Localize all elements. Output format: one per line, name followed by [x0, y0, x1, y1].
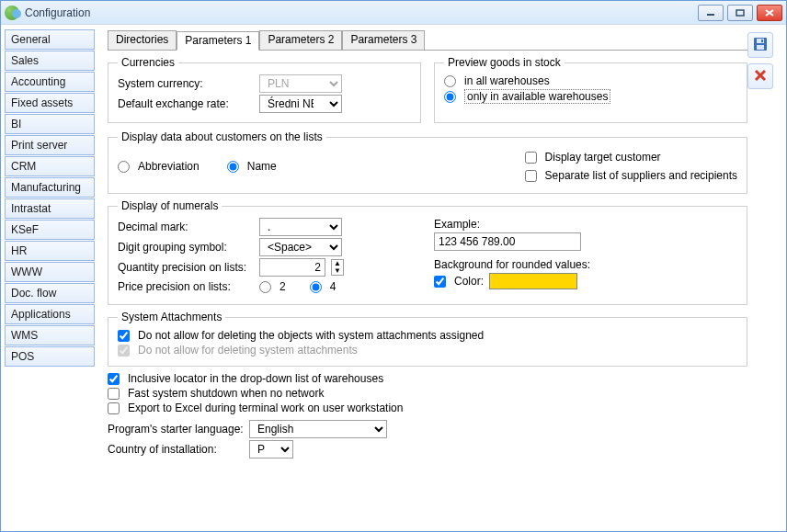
- decimal-mark-label: Decimal mark:: [118, 221, 254, 233]
- target-customer-label: Display target customer: [545, 151, 661, 164]
- tab-parameters-3[interactable]: Parameters 3: [342, 30, 425, 50]
- preview-all-label: in all warehouses: [464, 74, 550, 87]
- display-customers-legend: Display data about customers on the list…: [118, 130, 326, 143]
- numerals-group: Display of numerals Decimal mark: . Digi…: [108, 199, 747, 305]
- currencies-group: Currencies System currency: PLN Default …: [108, 56, 421, 123]
- sidebar-item-pos[interactable]: POS: [5, 346, 95, 367]
- svg-rect-7: [761, 40, 763, 42]
- window-title: Configuration: [25, 6, 698, 19]
- sidebar-item-general[interactable]: General: [5, 29, 95, 50]
- system-currency-select[interactable]: PLN: [259, 74, 342, 93]
- export-excel-check[interactable]: [108, 402, 120, 414]
- qty-precision-input[interactable]: [259, 258, 325, 277]
- decimal-mark-select[interactable]: .: [259, 218, 342, 236]
- bg-rounded-label: Background for rounded values:: [434, 258, 590, 271]
- example-value: [434, 232, 581, 251]
- target-customer-check[interactable]: [525, 152, 537, 164]
- group-symbol-label: Digit grouping symbol:: [118, 241, 254, 254]
- exchange-rate-select[interactable]: Średni NBP: [259, 95, 342, 113]
- sidebar-item-intrastat[interactable]: Intrastat: [5, 198, 95, 219]
- abbrev-label: Abbreviation: [138, 160, 200, 173]
- sidebar-item-www[interactable]: WWW: [5, 262, 95, 282]
- no-delete-objects-label: Do not allow for deleting the objects wi…: [138, 329, 484, 342]
- sidebar-item-accounting[interactable]: Accounting: [5, 72, 95, 92]
- svg-rect-1: [736, 10, 744, 16]
- sidebar-item-sales[interactable]: Sales: [5, 51, 95, 71]
- price-precision-label: Price precision on lists:: [118, 280, 254, 293]
- export-excel-label: Export to Excel during terminal work on …: [128, 402, 403, 414]
- app-icon: [5, 6, 19, 20]
- fast-shutdown-check[interactable]: [108, 388, 120, 400]
- preview-legend: Preview goods in stock: [444, 56, 565, 69]
- exchange-rate-label: Default exchange rate:: [118, 97, 254, 110]
- sidebar-item-ksef[interactable]: KSeF: [5, 220, 95, 240]
- qty-precision-label: Quantity precision on lists:: [118, 261, 254, 274]
- system-currency-label: System currency:: [118, 77, 254, 90]
- currencies-legend: Currencies: [118, 56, 178, 69]
- color-check[interactable]: [434, 276, 446, 288]
- tabs: Directories Parameters 1 Parameters 2 Pa…: [108, 30, 747, 51]
- cancel-button[interactable]: [747, 63, 773, 89]
- sidebar-item-bi[interactable]: BI: [5, 114, 95, 134]
- name-radio[interactable]: [227, 161, 239, 173]
- config-window: Configuration General Sales Accounting F…: [0, 0, 787, 532]
- starter-language-select[interactable]: English: [249, 420, 387, 438]
- color-label: Color:: [454, 275, 484, 288]
- titlebar: Configuration: [1, 1, 786, 25]
- price-prec-2-radio[interactable]: [259, 281, 271, 293]
- preview-available-label: only in available warehouses: [464, 89, 610, 104]
- country-label: Country of installation:: [108, 443, 244, 456]
- minimize-button[interactable]: [698, 5, 724, 21]
- maximize-button[interactable]: [727, 5, 753, 21]
- save-button[interactable]: [747, 32, 773, 58]
- country-select[interactable]: PL: [249, 440, 293, 458]
- numerals-legend: Display of numerals: [118, 199, 222, 212]
- sidebar-item-crm[interactable]: CRM: [5, 156, 95, 176]
- preview-all-radio[interactable]: [444, 75, 456, 87]
- tab-directories[interactable]: Directories: [108, 30, 177, 50]
- sidebar-item-fixed-assets[interactable]: Fixed assets: [5, 93, 95, 113]
- preview-available-radio[interactable]: [444, 91, 456, 103]
- sidebar-item-wms[interactable]: WMS: [5, 325, 95, 345]
- price-prec-4-label: 4: [330, 280, 336, 293]
- sidebar: General Sales Accounting Fixed assets BI…: [1, 25, 98, 531]
- no-delete-attachments-check: [118, 345, 130, 357]
- floppy-icon: [753, 37, 768, 54]
- attachments-legend: System Attachments: [118, 311, 225, 323]
- close-button[interactable]: [757, 5, 782, 21]
- inclusive-locator-check[interactable]: [108, 373, 120, 385]
- no-delete-attachments-label: Do not allow for deleting system attachm…: [138, 344, 358, 357]
- svg-rect-6: [757, 45, 764, 50]
- sidebar-item-hr[interactable]: HR: [5, 241, 95, 261]
- qty-stepper-down-icon[interactable]: ▼: [332, 267, 343, 275]
- price-prec-4-radio[interactable]: [310, 281, 322, 293]
- close-icon: [754, 69, 767, 85]
- sidebar-item-print-server[interactable]: Print server: [5, 135, 95, 155]
- separate-list-label: Separate list of suppliers and recipient…: [545, 169, 737, 182]
- inclusive-locator-label: Inclusive locator in the drop-down list …: [128, 372, 383, 385]
- preview-group: Preview goods in stock in all warehouses…: [434, 56, 747, 123]
- separate-list-check[interactable]: [525, 170, 537, 182]
- sidebar-item-manufacturing[interactable]: Manufacturing: [5, 177, 95, 198]
- tab-parameters-2[interactable]: Parameters 2: [259, 30, 342, 50]
- group-symbol-select[interactable]: <Space>: [259, 238, 342, 256]
- display-customers-group: Display data about customers on the list…: [108, 130, 747, 194]
- fast-shutdown-label: Fast system shutdown when no network: [128, 387, 324, 400]
- name-label: Name: [247, 160, 277, 173]
- attachments-group: System Attachments Do not allow for dele…: [108, 311, 747, 367]
- tab-parameters-1[interactable]: Parameters 1: [177, 31, 259, 51]
- abbrev-radio[interactable]: [118, 161, 130, 173]
- example-label: Example:: [434, 218, 480, 231]
- no-delete-objects-check[interactable]: [118, 330, 130, 342]
- starter-language-label: Program's starter language:: [108, 423, 244, 436]
- price-prec-2-label: 2: [279, 280, 286, 293]
- sidebar-item-doc-flow[interactable]: Doc. flow: [5, 283, 95, 303]
- color-swatch[interactable]: [489, 273, 577, 289]
- sidebar-item-applications[interactable]: Applications: [5, 304, 95, 324]
